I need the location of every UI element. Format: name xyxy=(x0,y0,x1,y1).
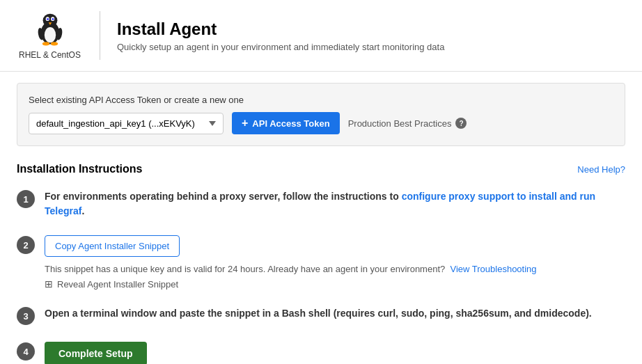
plus-icon: + xyxy=(242,117,248,129)
svg-point-2 xyxy=(42,14,57,27)
step-3-content: Open a terminal window and paste the sni… xyxy=(45,306,625,321)
step-4-content: Complete Setup xyxy=(45,342,625,364)
step-3-bold-text: Open a terminal window and paste the sni… xyxy=(45,308,592,319)
api-token-select[interactable]: default_ingestion_api_key1 (...xEKVyK) xyxy=(29,113,224,134)
step-number-4: 4 xyxy=(17,342,35,361)
header-info: Install Agent Quickly setup an agent in … xyxy=(100,19,444,52)
proxy-support-link[interactable]: configure proxy support to install and r… xyxy=(45,191,595,216)
prod-best-practices-link[interactable]: Production Best Practices ? xyxy=(348,118,467,129)
step-number-2: 2 xyxy=(17,236,35,254)
step-1: 1 For environments operating behind a pr… xyxy=(17,189,625,219)
svg-point-7 xyxy=(47,18,48,19)
copy-agent-installer-button[interactable]: Copy Agent Installer Snippet xyxy=(45,235,180,257)
svg-point-8 xyxy=(52,18,53,19)
view-troubleshooting-link[interactable]: View Troubleshooting xyxy=(450,264,536,274)
page-subtitle: Quickly setup an agent in your environme… xyxy=(117,42,444,52)
token-selection-label: Select existing API Access Token or crea… xyxy=(29,95,613,105)
step-2: 2 Copy Agent Installer Snippet This snip… xyxy=(17,235,625,290)
linux-penguin-icon xyxy=(33,11,67,47)
page-title: Install Agent xyxy=(117,19,444,39)
expand-icon: ⊞ xyxy=(45,278,53,290)
svg-point-10 xyxy=(42,42,49,45)
help-icon: ? xyxy=(455,118,467,129)
snippet-info-label: This snippet has a unique key and is val… xyxy=(45,264,445,274)
snippet-info-text: This snippet has a unique key and is val… xyxy=(45,264,625,274)
need-help-link[interactable]: Need Help? xyxy=(577,164,625,175)
step-3-text: Open a terminal window and paste the sni… xyxy=(45,306,625,321)
svg-point-11 xyxy=(50,42,57,45)
step-1-text: For environments operating behind a prox… xyxy=(45,189,625,219)
step-1-content: For environments operating behind a prox… xyxy=(45,189,625,219)
page-header: RHEL & CentOS Install Agent Quickly setu… xyxy=(0,0,642,72)
svg-point-6 xyxy=(52,18,54,20)
step-4: 4 Complete Setup xyxy=(17,342,625,364)
reveal-snippet-toggle[interactable]: ⊞ Reveal Agent Installer Snippet xyxy=(45,278,625,290)
svg-point-5 xyxy=(47,18,49,20)
complete-setup-button[interactable]: Complete Setup xyxy=(45,342,147,364)
api-token-button[interactable]: + API Access Token xyxy=(232,112,340,134)
instructions-header: Installation Instructions Need Help? xyxy=(17,163,625,175)
step-number-1: 1 xyxy=(17,190,35,208)
reveal-snippet-label: Reveal Agent Installer Snippet xyxy=(57,279,178,290)
svg-point-1 xyxy=(44,27,55,42)
instructions-title: Installation Instructions xyxy=(17,163,142,175)
prod-best-practices-label: Production Best Practices xyxy=(348,118,452,129)
step-3: 3 Open a terminal window and paste the s… xyxy=(17,306,625,325)
os-label: RHEL & CentOS xyxy=(19,50,81,60)
main-content: Select existing API Access Token or crea… xyxy=(0,72,642,364)
api-token-button-label: API Access Token xyxy=(252,118,329,129)
step-number-3: 3 xyxy=(17,307,35,325)
step-2-content: Copy Agent Installer Snippet This snippe… xyxy=(45,235,625,290)
token-controls: default_ingestion_api_key1 (...xEKVyK) +… xyxy=(29,112,613,134)
os-branding: RHEL & CentOS xyxy=(17,11,100,60)
token-selection-box: Select existing API Access Token or crea… xyxy=(17,83,625,146)
